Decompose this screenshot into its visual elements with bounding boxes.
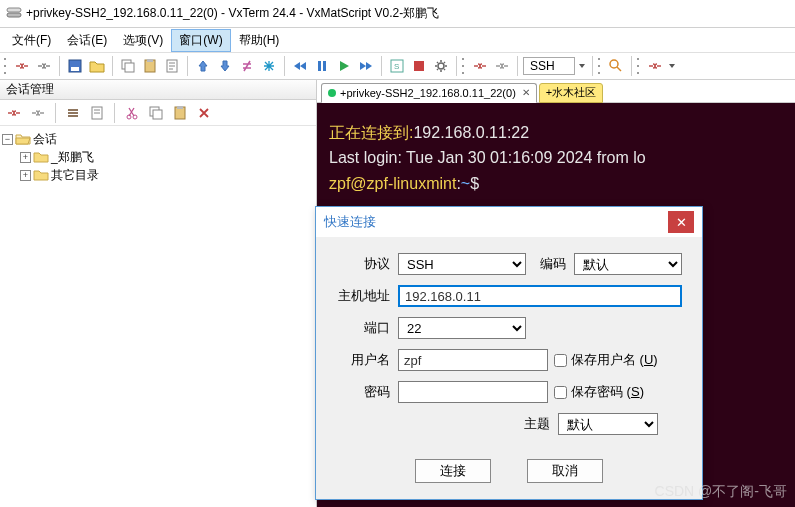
menu-session[interactable]: 会话(E) [59, 29, 115, 52]
label-theme: 主题 [512, 415, 558, 433]
svg-point-18 [133, 115, 137, 119]
props-icon[interactable] [87, 104, 107, 122]
toolbar-separator [517, 56, 518, 76]
rewind-icon[interactable] [290, 56, 310, 76]
tab-other[interactable]: +水木社区 [539, 83, 603, 103]
window-title: +privkey-SSH2_192.168.0.11_22(0) - VxTer… [26, 5, 439, 22]
host-input[interactable] [398, 285, 682, 307]
asterisk-icon[interactable] [259, 56, 279, 76]
copy-icon[interactable] [118, 56, 138, 76]
tab-label: +privkey-SSH2_192.168.0.11_22(0) [340, 87, 516, 99]
svg-rect-22 [177, 106, 183, 109]
script-icon[interactable]: S [387, 56, 407, 76]
save-user-checkbox[interactable]: 保存用户名 (U) [554, 351, 658, 369]
conn-red-icon[interactable] [4, 104, 24, 122]
play-icon[interactable] [334, 56, 354, 76]
menu-file[interactable]: 文件(F) [4, 29, 59, 52]
toolbar-separator [112, 56, 113, 76]
tab-label: +水木社区 [546, 85, 596, 100]
connect-button[interactable]: 连接 [415, 459, 491, 483]
quick-connect-dialog: 快速连接 ✕ 协议 SSH 编码 默认 主机地址 端口 22 用户名 保存用户名… [315, 206, 703, 500]
forward-icon[interactable] [356, 56, 376, 76]
user-input[interactable] [398, 349, 548, 371]
svg-point-14 [438, 63, 444, 69]
copy-icon[interactable] [146, 104, 166, 122]
svg-rect-1 [7, 8, 21, 12]
tree-item-label: _郑鹏飞 [51, 149, 94, 166]
port-select[interactable]: 22 [398, 317, 526, 339]
dropdown-arrow-icon[interactable] [667, 61, 677, 71]
up-arrow-icon[interactable] [193, 56, 213, 76]
delete-icon[interactable] [194, 104, 214, 122]
list-icon[interactable] [63, 104, 83, 122]
not-equal-icon[interactable] [237, 56, 257, 76]
close-button[interactable]: ✕ [668, 211, 694, 233]
paste-icon[interactable] [140, 56, 160, 76]
menu-window[interactable]: 窗口(W) [171, 29, 230, 52]
password-input[interactable] [398, 381, 548, 403]
tab-active[interactable]: +privkey-SSH2_192.168.0.11_22(0) ✕ [321, 83, 537, 103]
cancel-button[interactable]: 取消 [527, 459, 603, 483]
collapse-icon[interactable]: − [2, 134, 13, 145]
menu-options[interactable]: 选项(V) [115, 29, 171, 52]
connect-icon[interactable] [12, 56, 32, 76]
gear-icon[interactable] [431, 56, 451, 76]
sidebar-separator [55, 103, 56, 123]
terminal-last-login: Last login: Tue Jan 30 01:16:09 2024 fro… [329, 149, 646, 166]
toolbar-separator [187, 56, 188, 76]
terminal-connect-addr: 192.168.0.11:22 [413, 124, 529, 141]
tree-root[interactable]: − 会话 [2, 130, 314, 148]
sidebar-title: 会话管理 [0, 80, 316, 100]
protocol-select[interactable]: SSH [398, 253, 526, 275]
cut-icon[interactable] [122, 104, 142, 122]
toolbar-separator [456, 56, 457, 76]
expand-icon[interactable]: + [20, 170, 31, 181]
save-password-checkbox[interactable]: 保存密码 (S) [554, 383, 644, 401]
label-port: 端口 [330, 319, 398, 337]
toolbar-separator [284, 56, 285, 76]
toolbar-separator [381, 56, 382, 76]
menu-help[interactable]: 帮助(H) [231, 29, 288, 52]
grip-handle[interactable] [637, 56, 641, 76]
disconnect-icon[interactable] [34, 56, 54, 76]
label-user: 用户名 [330, 351, 398, 369]
down-arrow-icon[interactable] [215, 56, 235, 76]
notes-icon[interactable] [162, 56, 182, 76]
dialog-body: 协议 SSH 编码 默认 主机地址 端口 22 用户名 保存用户名 (U) 密码… [316, 237, 702, 449]
toolbar-separator [592, 56, 593, 76]
save-icon[interactable] [65, 56, 85, 76]
protocol-label[interactable]: SSH [523, 57, 575, 75]
sidebar-toolbar [0, 100, 316, 126]
terminal-prompt-user: zpf@zpf-linuxmint [329, 175, 456, 192]
grip-handle[interactable] [462, 56, 466, 76]
expand-icon[interactable]: + [20, 152, 31, 163]
theme-select[interactable]: 默认 [558, 413, 658, 435]
search-icon[interactable] [606, 56, 626, 76]
svg-rect-3 [71, 67, 79, 71]
session-tree: − 会话 + _郑鹏飞 + 其它目录 [0, 126, 316, 188]
sidebar: 会话管理 − 会话 + _郑鹏飞 + [0, 80, 317, 507]
pause-icon[interactable] [312, 56, 332, 76]
dialog-titlebar[interactable]: 快速连接 ✕ [316, 207, 702, 237]
terminal-connect-prefix: 正在连接到: [329, 124, 413, 141]
link-grey-icon[interactable] [492, 56, 512, 76]
dropdown-arrow-icon[interactable] [577, 61, 587, 71]
grip-handle[interactable] [598, 56, 602, 76]
conn-grey-icon[interactable] [28, 104, 48, 122]
stop-icon[interactable] [409, 56, 429, 76]
paste-icon[interactable] [170, 104, 190, 122]
svg-rect-10 [323, 61, 326, 71]
link-red-icon[interactable] [470, 56, 490, 76]
new-folder-icon[interactable] [87, 56, 107, 76]
svg-rect-7 [147, 59, 153, 62]
close-icon[interactable]: ✕ [522, 87, 530, 98]
tree-item[interactable]: + _郑鹏飞 [2, 148, 314, 166]
link-icon[interactable] [645, 56, 665, 76]
grip-handle[interactable] [4, 56, 8, 76]
toolbar-separator [59, 56, 60, 76]
svg-rect-20 [153, 110, 162, 119]
encoding-select[interactable]: 默认 [574, 253, 682, 275]
tree-item[interactable]: + 其它目录 [2, 166, 314, 184]
folder-open-icon [15, 132, 31, 146]
tab-bar: +privkey-SSH2_192.168.0.11_22(0) ✕ +水木社区 [317, 80, 795, 103]
